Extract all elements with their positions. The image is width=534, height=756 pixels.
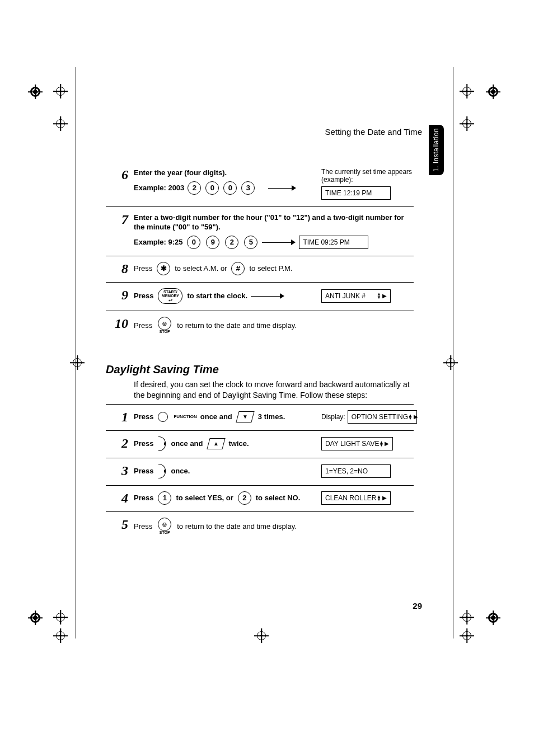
keypad-key: 5	[244, 236, 257, 249]
crop-mark-icon	[56, 87, 65, 96]
right-icon: ▶	[382, 494, 387, 502]
lcd-display: ANTI JUNK # ▲▼ ▶	[321, 289, 391, 303]
text: Press	[134, 264, 152, 274]
display-label: Display:	[321, 412, 345, 421]
lcd-display: OPTION SETTING ▲▼ ▶	[348, 410, 417, 424]
text: Press	[134, 439, 153, 449]
step-number: 10	[106, 317, 134, 334]
key-label: START/	[163, 290, 177, 294]
text: Press	[134, 291, 153, 301]
crop-mark-icon	[73, 358, 82, 367]
stop-icon: ◎	[158, 317, 171, 330]
step-6: 6 Enter the year (four digits). Example:…	[106, 162, 414, 206]
text: to select YES, or	[176, 493, 233, 503]
arrow-icon	[268, 185, 296, 191]
stop-icon: ◎	[158, 518, 171, 531]
crop-guide	[76, 67, 76, 638]
step-number: 5	[106, 518, 134, 535]
step-number: 3	[106, 464, 134, 478]
text: to select NO.	[256, 493, 300, 503]
arrow-icon	[262, 240, 296, 245]
up-down-icon: ▲▼	[377, 293, 381, 299]
display-text: DAY LIGHT SAVE	[325, 439, 379, 448]
crop-mark-icon	[462, 631, 471, 640]
stop-key: ◎ STOP	[157, 317, 172, 334]
step-10: 10 Press ◎ STOP to return to the date an…	[106, 311, 414, 341]
right-icon: ▶	[414, 413, 418, 421]
keypad-key: 2	[225, 236, 238, 249]
section-tab: 1. Installation	[429, 125, 444, 175]
arrow-icon	[251, 293, 284, 299]
keypad-key: 0	[205, 181, 219, 195]
lcd-display: 1=YES, 2=NO	[321, 464, 391, 478]
right-curve-key	[158, 464, 166, 478]
up-nav-key: ▲	[207, 438, 225, 449]
down-nav-key: ▼	[236, 411, 254, 422]
step-number: 4	[106, 491, 134, 505]
page-header: Setting the Date and Time	[325, 127, 422, 137]
crop-mark-icon	[462, 87, 471, 96]
function-key-icon	[158, 412, 168, 422]
stop-key: ◎ STOP	[157, 518, 172, 535]
page-content: 6 Enter the year (four digits). Example:…	[106, 162, 414, 542]
example-label: Example: 2003	[134, 183, 184, 193]
step-7: 7 Enter a two-digit number for the hour …	[106, 206, 414, 256]
text: Press	[134, 412, 153, 422]
keypad-key: 9	[206, 236, 219, 249]
display-text: ANTI JUNK #	[325, 292, 366, 300]
step-8: 8 Press ✱ to select A.M. or # to select …	[106, 256, 414, 282]
star-key: ✱	[157, 262, 170, 275]
text: Press	[134, 321, 152, 331]
dst-step-4: 4 Press 1 to select YES, or 2 to select …	[106, 485, 414, 511]
lcd-display: CLEAN ROLLER ▲▼ ▶	[321, 491, 391, 505]
text: once and	[200, 412, 232, 422]
function-label: FUNCTION	[174, 414, 196, 420]
lcd-display: TIME 09:25 PM	[299, 236, 368, 249]
crop-mark-icon	[257, 631, 266, 640]
dst-step-5: 5 Press ◎ STOP to return to the date and…	[106, 511, 414, 542]
keypad-key: 2	[238, 491, 251, 505]
keypad-key: 1	[158, 491, 171, 505]
text: Press	[134, 493, 153, 503]
dst-intro: If desired, you can set the clock to mov…	[134, 379, 414, 401]
example-label: Example: 9:25	[134, 237, 182, 247]
hash-key: #	[231, 262, 245, 275]
key-label: MEMORY	[162, 294, 179, 298]
crop-guide	[453, 67, 453, 638]
display-text: OPTION SETTING	[352, 412, 408, 421]
text: to return to the date and time display.	[177, 321, 297, 331]
step-number: 1	[106, 410, 134, 424]
right-curve-key	[158, 436, 166, 451]
keypad-key: 2	[188, 181, 201, 195]
keypad-key: 0	[187, 236, 200, 249]
step-instruction: Enter the year (four digits).	[134, 168, 227, 177]
lcd-display: DAY LIGHT SAVE ▲▼ ▶	[321, 437, 393, 450]
crop-mark-icon	[488, 613, 498, 623]
right-icon: ▶	[385, 440, 389, 448]
step-9: 9 Press START/ MEMORY ⮐ to start the clo…	[106, 282, 414, 311]
dst-step-2: 2 Press once and ▲ twice. DAY LIGHT SAVE…	[106, 430, 414, 458]
lcd-display: TIME 12:19 PM	[321, 186, 391, 200]
start-memory-key: START/ MEMORY ⮐	[158, 288, 182, 304]
crop-mark-icon	[488, 87, 498, 97]
up-down-icon: ▲▼	[379, 441, 383, 447]
up-down-icon: ▲▼	[408, 414, 413, 420]
crop-mark-icon	[56, 119, 65, 128]
dst-step-1: 1 Press FUNCTION once and ▼ 3 times. Dis…	[106, 404, 414, 430]
text: Press	[134, 522, 152, 532]
crop-mark-icon	[462, 613, 471, 622]
text: to return to the date and time display.	[177, 522, 297, 532]
keypad-key: 0	[223, 181, 237, 195]
section-tab-label: 1. Installation	[433, 128, 441, 172]
text: 3 times.	[258, 412, 285, 422]
step-number: 2	[106, 436, 134, 451]
step-instruction: Enter a two-digit number for the hour ("…	[134, 213, 404, 232]
side-note: The currently set time appears (example)…	[321, 168, 414, 184]
text: to select A.M. or	[175, 264, 227, 274]
step-number: 6	[106, 168, 134, 200]
page-number: 29	[413, 601, 422, 611]
display-text: CLEAN ROLLER	[325, 494, 376, 503]
dst-step-3: 3 Press once. 1=YES, 2=NO	[106, 458, 414, 485]
enter-icon: ⮐	[168, 298, 172, 302]
step-number: 7	[106, 213, 134, 249]
